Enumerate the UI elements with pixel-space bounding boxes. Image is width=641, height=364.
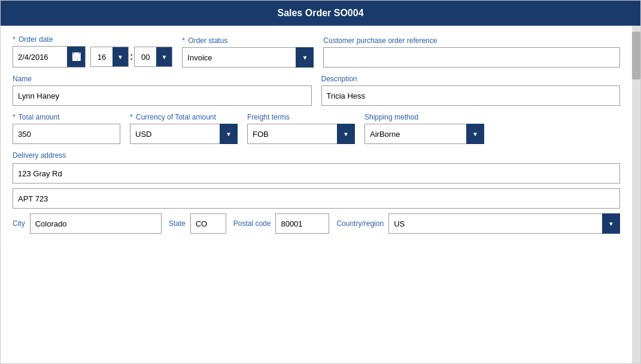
freight-terms-select[interactable]: FOB CIF EXW — [247, 124, 355, 144]
window-title: Sales Order SO004 — [1, 1, 640, 26]
time-separator: : — [130, 51, 133, 62]
required-star-3: * — [13, 113, 16, 121]
calendar-button[interactable] — [67, 47, 85, 67]
country-select-wrapper: US CA GB AU DE — [388, 213, 620, 234]
city-label: City — [13, 219, 25, 228]
order-status-select-wrapper: Invoice Draft Confirmed Done — [182, 47, 314, 68]
order-status-group: * Order status Invoice Draft Confirmed D… — [182, 36, 314, 68]
customer-po-group: Customer purchase order reference — [323, 36, 620, 68]
customer-po-label: Customer purchase order reference — [323, 36, 620, 45]
city-input[interactable] — [30, 213, 162, 234]
delivery-address-label: Delivery address — [13, 151, 620, 160]
minute-input-wrap — [134, 47, 172, 67]
freight-terms-group: Freight terms FOB CIF EXW — [247, 113, 355, 144]
description-label: Description — [321, 75, 621, 83]
freight-terms-select-wrapper: FOB CIF EXW — [247, 124, 355, 144]
required-star-4: * — [130, 113, 133, 121]
minute-input[interactable] — [135, 47, 156, 66]
state-label: State — [169, 219, 186, 228]
shipping-method-group: Shipping method AirBorne FedEx UPS DHL — [364, 113, 484, 144]
order-status-label: * Order status — [182, 36, 314, 45]
total-amount-group: * Total amount — [13, 113, 120, 144]
description-group: Description — [321, 75, 621, 106]
description-input[interactable] — [321, 85, 621, 106]
currency-select[interactable]: USD EUR GBP — [130, 124, 238, 144]
delivery-line1-input[interactable] — [13, 163, 620, 183]
row-amounts: * Total amount * Currency of Total amoun… — [13, 113, 620, 144]
currency-select-wrapper: USD EUR GBP — [130, 124, 238, 144]
required-star: * — [13, 35, 16, 44]
country-label: Country/region — [336, 219, 384, 228]
shipping-method-select-wrapper: AirBorne FedEx UPS DHL — [364, 124, 484, 144]
hour-dropdown-arrow[interactable] — [113, 47, 128, 66]
order-date-input[interactable] — [13, 47, 67, 66]
row-order-date-status: * Order date : — [13, 35, 620, 68]
currency-label: * Currency of Total amount — [130, 113, 238, 121]
delivery-address-section: Delivery address City State Postal code … — [13, 151, 620, 234]
delivery-line2-input[interactable] — [13, 188, 620, 209]
form-area: * Order date : — [1, 26, 632, 363]
shipping-method-select[interactable]: AirBorne FedEx UPS DHL — [364, 124, 484, 144]
date-input-wrap — [13, 46, 86, 68]
name-input[interactable] — [13, 85, 312, 106]
total-amount-label: * Total amount — [13, 113, 120, 121]
currency-group: * Currency of Total amount USD EUR GBP — [130, 113, 238, 144]
city-state-row: City State Postal code Country/region US… — [13, 213, 620, 234]
customer-po-input[interactable] — [323, 47, 620, 68]
hour-input[interactable] — [91, 47, 113, 66]
sales-order-window: Sales Order SO004 * Order date — [0, 0, 641, 364]
name-label: Name — [13, 75, 312, 83]
country-select[interactable]: US CA GB AU DE — [388, 213, 620, 234]
scrollbar-thumb[interactable] — [632, 32, 640, 79]
state-input[interactable] — [190, 213, 226, 234]
row-name-description: Name Description — [13, 75, 620, 106]
order-date-group: * Order date : — [13, 35, 172, 68]
order-date-label: * Order date — [13, 35, 172, 44]
order-status-select[interactable]: Invoice Draft Confirmed Done — [182, 47, 314, 68]
title-text: Sales Order SO004 — [277, 8, 363, 18]
name-group: Name — [13, 75, 312, 106]
total-amount-input[interactable] — [13, 124, 120, 144]
scrollbar-track[interactable] — [632, 26, 640, 363]
hour-input-wrap — [90, 47, 129, 67]
postal-code-input[interactable] — [275, 213, 329, 234]
shipping-method-label: Shipping method — [364, 113, 484, 121]
required-star-2: * — [182, 36, 185, 45]
minute-dropdown-arrow[interactable] — [156, 47, 172, 66]
freight-terms-label: Freight terms — [247, 113, 355, 121]
postal-code-label: Postal code — [233, 219, 271, 228]
